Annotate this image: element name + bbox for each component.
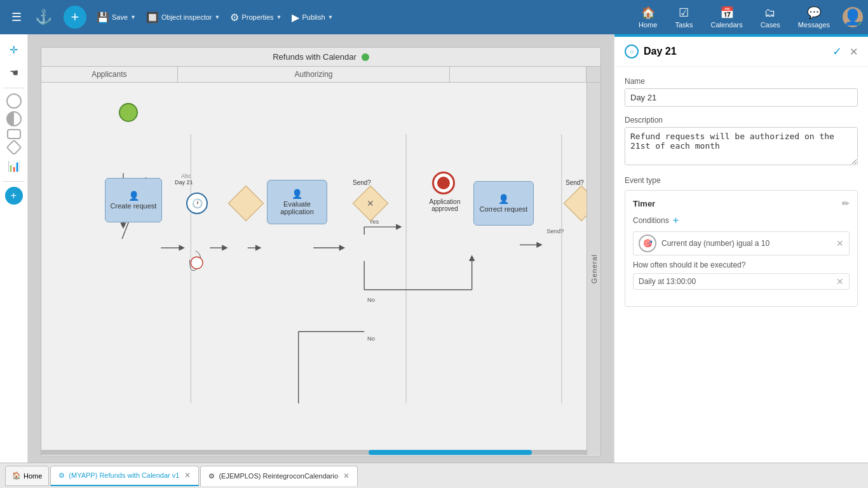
object-inspector-icon: 🔲 xyxy=(146,11,159,24)
svg-text:Send?: Send? xyxy=(546,227,564,234)
cases-icon: 🗂 xyxy=(764,6,776,20)
hamburger-button[interactable]: ☰ xyxy=(5,6,28,29)
svg-point-29 xyxy=(191,257,203,269)
canvas-scrollbar[interactable] xyxy=(41,450,587,455)
description-textarea[interactable]: Refund requests will be authorized on th… xyxy=(625,127,858,165)
task-create-request[interactable]: 👤 Create request xyxy=(105,178,162,222)
svg-marker-16 xyxy=(396,224,402,229)
user-avatar[interactable]: 👤 xyxy=(843,7,863,27)
object-inspector-action[interactable]: 🔲 Object inspector ▼ xyxy=(141,9,225,26)
remove-condition-button[interactable]: ✕ xyxy=(836,238,844,248)
sidebar-sep-2 xyxy=(3,181,24,182)
nav-messages[interactable]: 💬 Messages xyxy=(790,3,837,31)
tool-circle-empty[interactable] xyxy=(6,93,22,109)
svg-marker-13 xyxy=(339,245,345,250)
add-button[interactable]: + xyxy=(64,6,86,29)
bottom-tabs: 🏠 Home ⚙ (MYAPP) Refunds with Calendar v… xyxy=(0,463,868,488)
name-input[interactable] xyxy=(625,88,858,107)
tasks-icon: ☑ xyxy=(679,6,689,20)
save-action[interactable]: 💾 Save ▼ xyxy=(92,9,141,26)
task-correct[interactable]: 👤 Correct request xyxy=(473,181,534,226)
general-tab-header xyxy=(587,67,600,82)
tool-pointer[interactable]: ✛ xyxy=(4,39,24,60)
object-inspector-label: Object inspector xyxy=(161,13,212,21)
tool-circle-half[interactable] xyxy=(6,111,22,126)
general-tab-label: General xyxy=(590,254,598,283)
name-field-label: Name xyxy=(625,77,858,86)
properties-icon: ⚙ xyxy=(230,11,239,24)
general-tab[interactable]: General xyxy=(587,83,600,455)
add-condition-button[interactable]: + xyxy=(673,215,679,226)
timer-event-label: Day 21 xyxy=(175,179,193,186)
gateway-after-create[interactable] xyxy=(228,186,264,222)
gateway-send1-label: Send? xyxy=(353,179,371,186)
start-event[interactable] xyxy=(119,103,138,122)
event-type-box: Timer ✏ Conditions + 🎯 xyxy=(625,190,858,307)
tool-hand[interactable]: ☚ xyxy=(4,62,24,83)
toolbar-right: 🏠 Home ☑ Tasks 📅 Calendars 🗂 Cases 💬 Mes… xyxy=(631,3,863,31)
remove-frequency-button[interactable]: ✕ xyxy=(836,276,844,287)
nav-tasks[interactable]: ☑ Tasks xyxy=(667,3,700,31)
task-create-icon: 👤 xyxy=(128,191,139,201)
publish-icon: ▶ xyxy=(292,11,299,24)
condition-text: Current day (number) igual a 10 xyxy=(661,239,836,248)
home-icon: 🏠 xyxy=(641,6,655,20)
event-type-name: Timer xyxy=(633,199,655,208)
end-event-approved[interactable] xyxy=(432,172,455,194)
save-label: Save xyxy=(112,13,128,21)
condition-timer-symbol: 🎯 xyxy=(643,239,653,248)
event-type-label: Event type xyxy=(625,176,858,185)
sidebar-sep-1 xyxy=(3,88,24,88)
tab-myapp-icon: ⚙ xyxy=(58,471,65,480)
panel-check-button[interactable]: ✓ xyxy=(832,44,842,58)
gateway-send1-inner: ✕ xyxy=(358,191,383,215)
logo-icon: ⚓ xyxy=(35,9,52,25)
panel-header: ○ Day 21 ✓ ✕ xyxy=(614,37,868,67)
toolbar: ☰ ⚓ + 💾 Save ▼ 🔲 Object inspector ▼ ⚙ Pr… xyxy=(0,0,868,34)
timer-event[interactable]: 🕐 xyxy=(186,193,208,214)
tab-home[interactable]: 🏠 Home xyxy=(5,466,49,486)
panel-close-button[interactable]: ✕ xyxy=(850,46,858,58)
event-type-header: Timer ✏ xyxy=(633,198,850,208)
tool-diamond[interactable] xyxy=(6,139,22,155)
nav-calendars[interactable]: 📅 Calendars xyxy=(703,3,750,31)
tab-ejemplos-close[interactable]: ✕ xyxy=(343,471,349,480)
publish-arrow: ▼ xyxy=(328,14,334,20)
task-create-label: Create request xyxy=(111,202,157,210)
diagram-status-dot xyxy=(362,53,369,61)
add-condition-icon: + xyxy=(673,215,679,226)
gateway-send1[interactable]: ✕ xyxy=(353,186,389,222)
conditions-row: Conditions + xyxy=(633,215,850,226)
canvas-scrollbar-thumb xyxy=(369,450,532,455)
diagram-header: Refunds with Calendar xyxy=(41,48,600,67)
tool-add-circle[interactable]: + xyxy=(5,187,23,205)
tab-ejemplos-icon: ⚙ xyxy=(208,472,215,480)
condition-item: 🎯 Current day (number) igual a 10 ✕ xyxy=(633,231,850,255)
nav-home[interactable]: 🏠 Home xyxy=(631,3,665,31)
tool-chart[interactable]: 📊 xyxy=(4,156,24,176)
tab-myapp-close[interactable]: ✕ xyxy=(184,471,191,480)
description-field-group: Description Refund requests will be auth… xyxy=(625,116,858,167)
logo-button[interactable]: ⚓ xyxy=(31,4,56,30)
canvas-area[interactable]: Refunds with Calendar Applicants Authori… xyxy=(28,34,614,463)
save-icon: 💾 xyxy=(97,11,109,24)
task-evaluate[interactable]: 👤 Evaluate application xyxy=(267,180,327,224)
properties-action[interactable]: ⚙ Properties ▼ xyxy=(225,9,287,26)
properties-arrow: ▼ xyxy=(276,14,282,20)
edit-icon[interactable]: ✏ xyxy=(842,198,850,208)
tab-myapp-label: (MYAPP) Refunds with Calendar v1 xyxy=(69,471,179,479)
panel-timer-icon: ○ xyxy=(625,44,639,58)
left-sidebar: ✛ ☚ 📊 + xyxy=(0,34,28,463)
home-tab-label: Home xyxy=(24,472,42,480)
tool-rectangle[interactable] xyxy=(7,129,21,139)
task-evaluate-label: Evaluate application xyxy=(271,200,323,215)
tab-ejemplos[interactable]: ⚙ (EJEMPLOS) ReintegroconCalendario ✕ xyxy=(200,466,358,486)
condition-timer-icon: 🎯 xyxy=(639,234,656,252)
end-event-approved-label: Application approved xyxy=(423,198,467,212)
tab-myapp[interactable]: ⚙ (MYAPP) Refunds with Calendar v1 ✕ xyxy=(50,466,199,486)
nav-cases[interactable]: 🗂 Cases xyxy=(753,4,788,31)
conditions-label: Conditions xyxy=(633,216,669,225)
publish-action[interactable]: ▶ Publish ▼ xyxy=(287,9,338,26)
svg-marker-21 xyxy=(469,255,475,261)
home-tab-icon: 🏠 xyxy=(12,471,21,480)
